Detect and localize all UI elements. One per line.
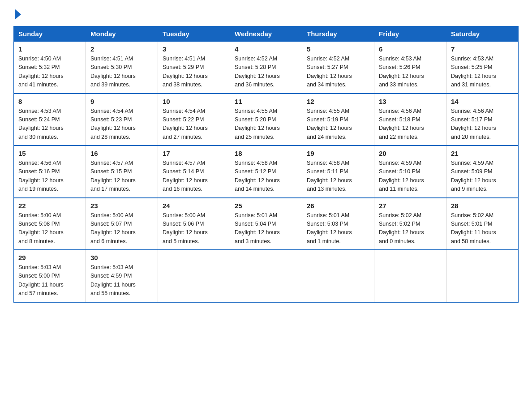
calendar-cell: 10Sunrise: 4:54 AM Sunset: 5:22 PM Dayli… [158, 94, 230, 146]
day-info: Sunrise: 4:52 AM Sunset: 5:27 PM Dayligh… [307, 55, 369, 90]
day-number: 20 [379, 150, 442, 157]
calendar-week-row: 29Sunrise: 5:03 AM Sunset: 5:00 PM Dayli… [14, 250, 519, 302]
calendar-cell: 21Sunrise: 4:59 AM Sunset: 5:09 PM Dayli… [446, 146, 519, 198]
column-header-friday: Friday [374, 26, 446, 42]
day-info: Sunrise: 4:53 AM Sunset: 5:26 PM Dayligh… [379, 55, 442, 90]
day-info: Sunrise: 4:59 AM Sunset: 5:10 PM Dayligh… [379, 159, 442, 194]
day-number: 29 [18, 254, 81, 261]
day-info: Sunrise: 4:57 AM Sunset: 5:14 PM Dayligh… [163, 159, 225, 194]
day-info: Sunrise: 4:51 AM Sunset: 5:30 PM Dayligh… [90, 55, 153, 90]
day-number: 26 [307, 202, 369, 210]
day-number: 5 [307, 45, 369, 53]
day-number: 13 [379, 98, 442, 105]
day-info: Sunrise: 4:58 AM Sunset: 5:11 PM Dayligh… [307, 159, 369, 194]
day-info: Sunrise: 5:03 AM Sunset: 5:00 PM Dayligh… [18, 263, 81, 298]
day-number: 2 [90, 45, 153, 53]
calendar-cell: 5Sunrise: 4:52 AM Sunset: 5:27 PM Daylig… [302, 42, 374, 94]
day-number: 6 [379, 45, 442, 53]
day-info: Sunrise: 4:54 AM Sunset: 5:22 PM Dayligh… [163, 107, 225, 142]
calendar-week-row: 1Sunrise: 4:50 AM Sunset: 5:32 PM Daylig… [14, 42, 519, 94]
calendar-week-row: 15Sunrise: 4:56 AM Sunset: 5:16 PM Dayli… [14, 146, 519, 198]
calendar-cell: 8Sunrise: 4:53 AM Sunset: 5:24 PM Daylig… [14, 94, 86, 146]
calendar-cell [374, 250, 446, 302]
column-header-tuesday: Tuesday [158, 26, 230, 42]
day-number: 1 [18, 45, 81, 53]
logo-triangle-icon [15, 9, 21, 20]
calendar-cell: 11Sunrise: 4:55 AM Sunset: 5:20 PM Dayli… [230, 94, 302, 146]
calendar-cell: 15Sunrise: 4:56 AM Sunset: 5:16 PM Dayli… [14, 146, 86, 198]
calendar-cell [230, 250, 302, 302]
day-info: Sunrise: 4:51 AM Sunset: 5:29 PM Dayligh… [163, 55, 225, 90]
calendar-cell: 2Sunrise: 4:51 AM Sunset: 5:30 PM Daylig… [86, 42, 158, 94]
calendar-cell: 29Sunrise: 5:03 AM Sunset: 5:00 PM Dayli… [14, 250, 86, 302]
calendar-cell: 7Sunrise: 4:53 AM Sunset: 5:25 PM Daylig… [446, 42, 519, 94]
day-number: 24 [163, 202, 225, 210]
calendar-cell: 14Sunrise: 4:56 AM Sunset: 5:17 PM Dayli… [446, 94, 519, 146]
day-number: 4 [235, 45, 297, 53]
column-header-wednesday: Wednesday [230, 26, 302, 42]
day-info: Sunrise: 4:54 AM Sunset: 5:23 PM Dayligh… [90, 107, 153, 142]
day-number: 25 [235, 202, 297, 210]
calendar-cell: 22Sunrise: 5:00 AM Sunset: 5:08 PM Dayli… [14, 198, 86, 250]
calendar-cell: 12Sunrise: 4:55 AM Sunset: 5:19 PM Dayli… [302, 94, 374, 146]
calendar-header-row: SundayMondayTuesdayWednesdayThursdayFrid… [14, 26, 519, 42]
day-info: Sunrise: 4:52 AM Sunset: 5:28 PM Dayligh… [235, 55, 297, 90]
day-number: 3 [163, 45, 225, 53]
day-info: Sunrise: 4:59 AM Sunset: 5:09 PM Dayligh… [451, 159, 514, 194]
day-number: 16 [90, 150, 153, 157]
column-header-sunday: Sunday [14, 26, 86, 42]
calendar-cell: 26Sunrise: 5:01 AM Sunset: 5:03 PM Dayli… [302, 198, 374, 250]
calendar-week-row: 8Sunrise: 4:53 AM Sunset: 5:24 PM Daylig… [14, 94, 519, 146]
day-number: 21 [451, 150, 514, 157]
day-info: Sunrise: 5:01 AM Sunset: 5:03 PM Dayligh… [307, 211, 369, 246]
column-header-thursday: Thursday [302, 26, 374, 42]
calendar-cell: 28Sunrise: 5:02 AM Sunset: 5:01 PM Dayli… [446, 198, 519, 250]
day-info: Sunrise: 4:56 AM Sunset: 5:18 PM Dayligh… [379, 107, 442, 142]
day-number: 19 [307, 150, 369, 157]
day-number: 9 [90, 98, 153, 105]
calendar-cell: 19Sunrise: 4:58 AM Sunset: 5:11 PM Dayli… [302, 146, 374, 198]
day-info: Sunrise: 5:00 AM Sunset: 5:07 PM Dayligh… [90, 211, 153, 246]
day-number: 14 [451, 98, 514, 105]
column-header-saturday: Saturday [446, 26, 519, 42]
calendar-cell: 13Sunrise: 4:56 AM Sunset: 5:18 PM Dayli… [374, 94, 446, 146]
calendar-cell: 9Sunrise: 4:54 AM Sunset: 5:23 PM Daylig… [86, 94, 158, 146]
calendar-cell: 23Sunrise: 5:00 AM Sunset: 5:07 PM Dayli… [86, 198, 158, 250]
day-info: Sunrise: 4:55 AM Sunset: 5:20 PM Dayligh… [235, 107, 297, 142]
calendar-cell: 30Sunrise: 5:03 AM Sunset: 4:59 PM Dayli… [86, 250, 158, 302]
day-info: Sunrise: 4:58 AM Sunset: 5:12 PM Dayligh… [235, 159, 297, 194]
day-number: 12 [307, 98, 369, 105]
day-info: Sunrise: 4:56 AM Sunset: 5:17 PM Dayligh… [451, 107, 514, 142]
day-number: 8 [18, 98, 81, 105]
calendar-cell: 20Sunrise: 4:59 AM Sunset: 5:10 PM Dayli… [374, 146, 446, 198]
calendar-table: SundayMondayTuesdayWednesdayThursdayFrid… [13, 26, 519, 303]
day-number: 15 [18, 150, 81, 157]
day-info: Sunrise: 5:03 AM Sunset: 4:59 PM Dayligh… [90, 263, 153, 298]
day-number: 17 [163, 150, 225, 157]
calendar-cell: 17Sunrise: 4:57 AM Sunset: 5:14 PM Dayli… [158, 146, 230, 198]
calendar-week-row: 22Sunrise: 5:00 AM Sunset: 5:08 PM Dayli… [14, 198, 519, 250]
day-number: 10 [163, 98, 225, 105]
calendar-cell [302, 250, 374, 302]
calendar-cell [158, 250, 230, 302]
day-info: Sunrise: 4:53 AM Sunset: 5:25 PM Dayligh… [451, 55, 514, 90]
calendar-cell: 18Sunrise: 4:58 AM Sunset: 5:12 PM Dayli… [230, 146, 302, 198]
day-number: 11 [235, 98, 297, 105]
calendar-cell: 3Sunrise: 4:51 AM Sunset: 5:29 PM Daylig… [158, 42, 230, 94]
day-number: 22 [18, 202, 81, 210]
day-number: 18 [235, 150, 297, 157]
calendar-cell: 16Sunrise: 4:57 AM Sunset: 5:15 PM Dayli… [86, 146, 158, 198]
calendar-cell [446, 250, 519, 302]
calendar-cell: 1Sunrise: 4:50 AM Sunset: 5:32 PM Daylig… [14, 42, 86, 94]
day-info: Sunrise: 4:50 AM Sunset: 5:32 PM Dayligh… [18, 55, 81, 90]
calendar-cell: 25Sunrise: 5:01 AM Sunset: 5:04 PM Dayli… [230, 198, 302, 250]
day-info: Sunrise: 5:01 AM Sunset: 5:04 PM Dayligh… [235, 211, 297, 246]
column-header-monday: Monday [86, 26, 158, 42]
day-number: 30 [90, 254, 153, 261]
page-header [13, 9, 519, 18]
day-info: Sunrise: 5:00 AM Sunset: 5:06 PM Dayligh… [163, 211, 225, 246]
day-number: 7 [451, 45, 514, 53]
day-number: 28 [451, 202, 514, 210]
day-info: Sunrise: 5:00 AM Sunset: 5:08 PM Dayligh… [18, 211, 81, 246]
day-info: Sunrise: 4:57 AM Sunset: 5:15 PM Dayligh… [90, 159, 153, 194]
